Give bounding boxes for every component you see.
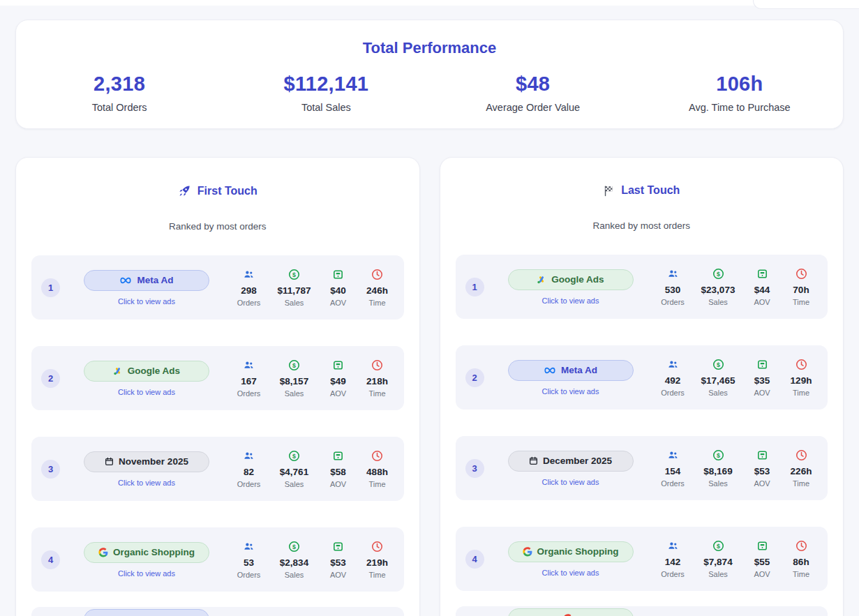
stat-label: AOV [324, 480, 353, 488]
channel-name: Google Ads [128, 366, 180, 376]
stat-value: 129h [786, 375, 816, 386]
channel-cell: Meta Ad Click to view ads [488, 360, 653, 396]
stat-label: Time [362, 480, 393, 488]
dollar-circle-icon: $ [712, 359, 724, 370]
metric-average-order-value: $48 Average Order Value [430, 73, 636, 113]
channel-name: November 2025 [119, 456, 188, 467]
terminal-card-icon [332, 541, 344, 553]
svg-text:$: $ [292, 452, 296, 459]
channel-row: 2 [31, 346, 404, 410]
google-g-icon [523, 547, 532, 557]
stat-label: AOV [324, 299, 353, 307]
view-ads-link[interactable]: Click to view ads [118, 297, 175, 306]
stat-label: Orders [233, 571, 265, 579]
last-touch-title: Last Touch [621, 184, 680, 197]
channel-pill[interactable]: Organic Shopping [508, 541, 634, 562]
stat-orders: 167 Orders [233, 359, 265, 398]
stat-time: 129h Time [786, 359, 816, 397]
stat-orders: 154 Orders [657, 449, 689, 488]
channel-name: Meta Ad [561, 365, 597, 375]
users-icon [667, 359, 679, 370]
metric-avg-time-to-purchase: 106h Avg. Time to Purchase [636, 73, 843, 113]
channel-pill[interactable]: Organic Shopping [84, 542, 209, 563]
first-touch-subtitle: Ranked by most orders [31, 221, 404, 232]
first-touch-title: First Touch [197, 185, 257, 197]
stat-value: 142 [657, 557, 689, 567]
metric-value: 106h [636, 73, 843, 96]
rank-badge: 1 [465, 278, 484, 296]
stat-aov: $55 AOV [747, 540, 777, 578]
stat-aov: $53 AOV [324, 541, 353, 579]
svg-text:$: $ [292, 543, 296, 550]
channel-cell: November 2025 Click to view ads [64, 451, 229, 487]
view-ads-link[interactable]: Click to view ads [118, 388, 175, 396]
dollar-circle-icon: $ [288, 359, 300, 371]
view-ads-link[interactable]: Click to view ads [542, 387, 599, 396]
first-touch-card: First Touch Ranked by most orders 1 [15, 157, 420, 616]
stat-label: Sales [274, 299, 315, 307]
channel-row: 4 [456, 527, 828, 591]
stat-value: $49 [324, 376, 353, 386]
stat-value: $23,073 [698, 285, 738, 295]
stat-label: AOV [324, 389, 353, 398]
svg-text:$: $ [292, 271, 296, 278]
stat-value: $17,465 [698, 375, 738, 386]
meta-logo-icon [544, 366, 556, 375]
view-ads-link[interactable]: Click to view ads [118, 479, 175, 487]
metric-total-sales: $112,141 Total Sales [223, 73, 429, 113]
stat-aov: $35 AOV [747, 359, 777, 397]
google-ads-icon [537, 275, 546, 285]
channel-pill[interactable] [508, 608, 634, 616]
last-touch-rows: 1 [456, 255, 828, 616]
view-ads-link[interactable]: Click to view ads [542, 569, 599, 577]
row-stats: 492 Orders $ $17,465 Sales [657, 359, 816, 397]
stat-value: 488h [362, 467, 393, 477]
svg-text:$: $ [717, 451, 720, 458]
channel-pill[interactable]: November 2025 [84, 451, 209, 472]
channel-name: Organic Shopping [113, 547, 195, 557]
view-ads-link[interactable]: Click to view ads [542, 296, 599, 305]
channel-pill[interactable]: Meta Ad [508, 360, 634, 381]
dollar-circle-icon: $ [712, 268, 724, 280]
stat-sales: $ $11,787 Sales [274, 269, 315, 307]
terminal-card-icon [756, 449, 768, 461]
channel-cell: Organic Shopping Click to view ads [64, 542, 229, 578]
channel-row: 2 [456, 345, 828, 410]
stat-value: 167 [233, 376, 265, 386]
rocket-icon [178, 184, 191, 197]
channel-pill[interactable] [84, 609, 209, 616]
row-stats: 154 Orders $ $8,169 Sales [657, 449, 816, 488]
total-performance-card: Total Performance 2,318 Total Orders $11… [15, 20, 844, 129]
metric-value: 2,318 [16, 73, 223, 96]
view-ads-link[interactable]: Click to view ads [118, 569, 175, 578]
stat-time: 488h Time [362, 450, 393, 488]
channel-pill[interactable]: Google Ads [508, 269, 634, 290]
row-stats: 530 Orders $ $23,073 Sales [657, 268, 816, 306]
channel-pill[interactable]: Google Ads [84, 361, 209, 382]
channel-cell: Organic Shopping Click to view ads [488, 541, 653, 577]
dollar-circle-icon: $ [288, 450, 300, 462]
users-icon [667, 449, 679, 461]
clock-icon [371, 450, 383, 462]
clock-icon [795, 359, 807, 370]
channel-pill[interactable]: Meta Ad [84, 270, 209, 291]
rank-badge: 4 [465, 550, 484, 569]
channel-row: 1 [456, 255, 828, 319]
stat-label: Orders [657, 479, 689, 488]
stat-label: AOV [747, 570, 777, 578]
stat-aov: $44 AOV [747, 268, 777, 306]
metric-value: $48 [430, 73, 636, 96]
stat-label: Time [786, 479, 816, 488]
channel-pill[interactable]: December 2025 [508, 451, 634, 472]
stat-value: $2,834 [274, 557, 315, 568]
stat-aov: $58 AOV [324, 450, 353, 488]
dollar-circle-icon: $ [288, 541, 300, 553]
stat-label: AOV [747, 479, 777, 488]
view-ads-link[interactable]: Click to view ads [542, 478, 599, 486]
users-icon [243, 541, 255, 553]
first-touch-header: First Touch [31, 184, 404, 197]
metrics-row: 2,318 Total Orders $112,141 Total Sales … [16, 73, 843, 113]
channel-name: December 2025 [543, 456, 612, 466]
stat-value: 86h [786, 557, 816, 567]
stat-value: 82 [233, 467, 265, 477]
